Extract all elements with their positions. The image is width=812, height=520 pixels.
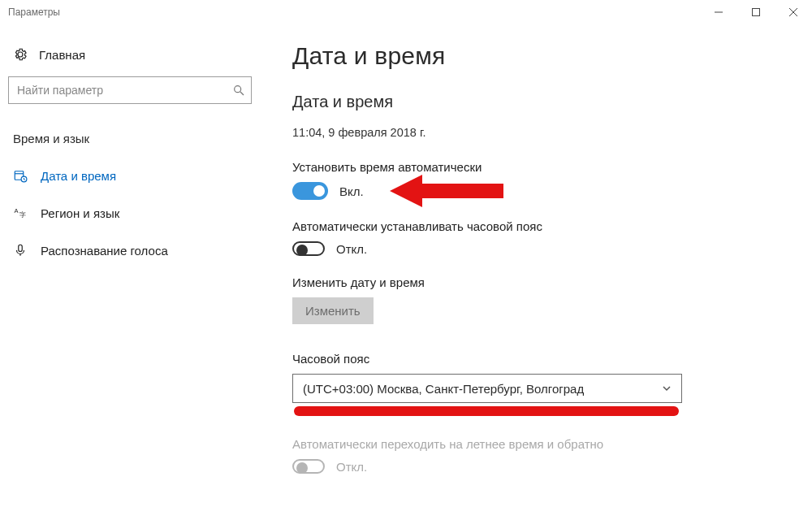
setting-label: Изменить дату и время xyxy=(292,275,788,289)
underline-annotation-icon xyxy=(294,406,679,416)
maximize-icon xyxy=(752,8,760,16)
setting-label: Часовой пояс xyxy=(292,352,788,366)
toggle-row: Откл. xyxy=(292,459,788,474)
window-body: Главная Время и язык Дата и время xyxy=(0,24,812,520)
close-icon xyxy=(789,8,797,16)
sidebar-item-label: Распознавание голоса xyxy=(41,244,168,258)
maximize-button[interactable] xyxy=(737,0,775,24)
language-icon: A 字 xyxy=(13,206,28,220)
toggle-state-text: Откл. xyxy=(336,242,367,256)
chevron-down-icon xyxy=(662,384,672,393)
sidebar: Главная Время и язык Дата и время xyxy=(0,42,260,520)
svg-line-5 xyxy=(240,92,244,95)
minimize-icon xyxy=(715,8,723,16)
setting-label: Автоматически устанавливать часовой пояс xyxy=(292,219,788,233)
sidebar-item-label: Дата и время xyxy=(41,169,116,183)
sidebar-group-title: Время и язык xyxy=(8,132,252,157)
sidebar-item-label: Регион и язык xyxy=(41,206,119,220)
toggle-state-text: Вкл. xyxy=(339,184,364,198)
main-content: Дата и время Дата и время 11:04, 9 февра… xyxy=(260,42,812,520)
setting-auto-time: Установить время автоматически Вкл. xyxy=(292,160,788,200)
setting-timezone: Часовой пояс (UTC+03:00) Москва, Санкт-П… xyxy=(292,352,788,416)
auto-time-toggle[interactable] xyxy=(292,182,328,200)
svg-text:A: A xyxy=(15,207,19,214)
gear-icon xyxy=(13,47,28,62)
sidebar-home[interactable]: Главная xyxy=(8,42,252,76)
section-title: Дата и время xyxy=(292,93,788,111)
close-button[interactable] xyxy=(775,0,812,24)
arrow-annotation-icon xyxy=(390,171,503,211)
sidebar-item-speech[interactable]: Распознавание голоса xyxy=(8,232,252,269)
settings-window: Параметры Главная xyxy=(0,0,812,520)
microphone-icon xyxy=(13,243,28,258)
sidebar-item-date-time[interactable]: Дата и время xyxy=(8,157,252,194)
toggle-state-text: Откл. xyxy=(336,460,367,474)
window-controls xyxy=(700,0,812,24)
page-title: Дата и время xyxy=(292,42,788,70)
auto-timezone-toggle[interactable] xyxy=(292,241,325,256)
sidebar-home-label: Главная xyxy=(39,48,85,62)
search-box[interactable] xyxy=(8,76,252,104)
calendar-clock-icon xyxy=(13,168,28,183)
change-datetime-button: Изменить xyxy=(292,297,374,324)
setting-label: Установить время автоматически xyxy=(292,160,788,174)
svg-rect-1 xyxy=(753,9,760,16)
current-datetime: 11:04, 9 февраля 2018 г. xyxy=(292,126,788,139)
toggle-row: Вкл. xyxy=(292,182,788,200)
minimize-button[interactable] xyxy=(700,0,737,24)
svg-marker-13 xyxy=(390,175,503,207)
svg-point-4 xyxy=(235,86,241,93)
dst-toggle xyxy=(292,459,325,474)
toggle-row: Откл. xyxy=(292,241,788,256)
setting-auto-timezone: Автоматически устанавливать часовой пояс… xyxy=(292,219,788,256)
setting-change-datetime: Изменить дату и время Изменить xyxy=(292,275,788,324)
timezone-select[interactable]: (UTC+03:00) Москва, Санкт-Петербург, Вол… xyxy=(292,374,682,403)
sidebar-item-region-language[interactable]: A 字 Регион и язык xyxy=(8,194,252,232)
setting-dst: Автоматически переходить на летнее время… xyxy=(292,437,788,474)
window-title: Параметры xyxy=(8,6,700,18)
search-input[interactable] xyxy=(8,76,252,104)
search-icon xyxy=(232,84,245,97)
setting-label: Автоматически переходить на летнее время… xyxy=(292,437,788,451)
svg-rect-11 xyxy=(19,245,23,251)
timezone-selected-value: (UTC+03:00) Москва, Санкт-Петербург, Вол… xyxy=(303,382,584,396)
svg-text:字: 字 xyxy=(19,211,26,219)
titlebar: Параметры xyxy=(0,0,812,24)
